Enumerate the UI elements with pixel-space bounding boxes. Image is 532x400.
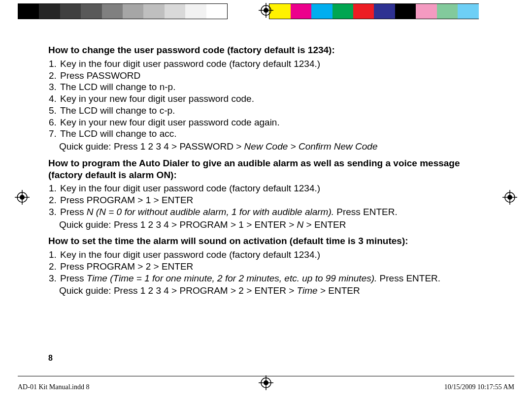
step-item: Press PROGRAM > 1 > ENTER — [59, 194, 492, 206]
swatch — [206, 4, 227, 19]
step-item: Press PASSWORD — [59, 70, 492, 82]
slug-line: AD-01 Kit Manual.indd 8 10/15/2009 10:17… — [18, 383, 514, 391]
swatch — [458, 4, 478, 19]
quick-guide-italic: New Code > Confirm New Code — [244, 141, 378, 152]
quick-guide-text: Quick guide: Press 1 2 3 4 > PROGRAM > 1… — [59, 219, 297, 230]
swatch — [123, 4, 143, 19]
quick-guide-text: Quick guide: Press 1 2 3 4 > PASSWORD > — [59, 141, 244, 152]
quick-guide: Quick guide: Press 1 2 3 4 > PASSWORD > … — [59, 141, 492, 153]
step-item: The LCD will change to c-p. — [59, 105, 492, 117]
step-item: Press Time (Time = 1 for one minute, 2 f… — [59, 273, 492, 284]
step-text: Press — [60, 207, 87, 217]
swatch — [395, 4, 416, 19]
quick-guide: Quick guide: Press 1 2 3 4 > PROGRAM > 2… — [59, 285, 492, 297]
slug-filename: AD-01 Kit Manual.indd 8 — [18, 383, 89, 391]
step-list: Key in the four digit user password code… — [59, 58, 492, 140]
step-text: Press ENTER. — [334, 207, 398, 217]
step-italic: N (N = 0 for without audible alarm, 1 fo… — [87, 207, 334, 217]
swatch — [102, 4, 123, 19]
quick-guide-text: > ENTER — [303, 219, 346, 230]
quick-guide-text: Quick guide: Press 1 2 3 4 > PROGRAM > 2… — [59, 285, 297, 296]
quick-guide-italic: N — [297, 219, 304, 230]
swatch — [291, 4, 311, 19]
step-item: Press N (N = 0 for without audible alarm… — [59, 206, 492, 218]
step-text: Press — [60, 273, 87, 283]
page-number: 8 — [48, 354, 53, 363]
swatch — [39, 4, 60, 19]
registration-mark-icon — [502, 190, 517, 205]
section-heading: How to set the time the alarm will sound… — [48, 235, 492, 247]
swatch — [60, 4, 81, 19]
step-item: Press PROGRAM > 2 > ENTER — [59, 261, 492, 273]
step-item: The LCD will change to acc. — [59, 128, 492, 140]
swatch — [332, 4, 353, 19]
color-bar — [269, 3, 479, 19]
manual-body: How to change the user password code (fa… — [48, 44, 492, 298]
swatch — [311, 4, 332, 19]
step-item: Key in your new four digit user password… — [59, 93, 492, 105]
swatch — [416, 4, 436, 19]
step-item: The LCD will change to n-p. — [59, 81, 492, 93]
swatch — [374, 4, 395, 19]
slug-timestamp: 10/15/2009 10:17:55 AM — [444, 383, 514, 391]
step-item: Key in the four digit user password code… — [59, 249, 492, 261]
section-heading: How to change the user password code (fa… — [48, 44, 492, 56]
swatch — [18, 4, 39, 19]
step-list: Key in the four digit user password code… — [59, 249, 492, 284]
step-item: Key in the four digit user password code… — [59, 58, 492, 70]
page: How to change the user password code (fa… — [0, 0, 532, 400]
step-item: Key in the four digit user password code… — [59, 183, 492, 194]
section-heading: How to program the Auto Dialer to give a… — [48, 157, 492, 181]
swatch — [437, 4, 458, 19]
registration-mark-icon — [259, 3, 273, 18]
quick-guide: Quick guide: Press 1 2 3 4 > PROGRAM > 1… — [59, 219, 492, 231]
grayscale-bar — [18, 3, 228, 19]
quick-guide-text: > ENTER — [318, 285, 360, 296]
quick-guide-italic: Time — [297, 285, 318, 296]
registration-mark-icon — [15, 190, 30, 205]
footer-rule — [18, 376, 514, 376]
step-italic: Time (Time = 1 for one minute, 2 for 2 m… — [87, 273, 377, 283]
swatch — [353, 4, 374, 19]
swatch — [165, 4, 185, 19]
step-item: Key in your new four digit user password… — [59, 117, 492, 128]
swatch — [143, 4, 164, 19]
step-text: Press ENTER. — [377, 273, 440, 283]
swatch — [81, 4, 101, 19]
swatch — [185, 4, 206, 19]
step-list: Key in the four digit user password code… — [59, 183, 492, 217]
